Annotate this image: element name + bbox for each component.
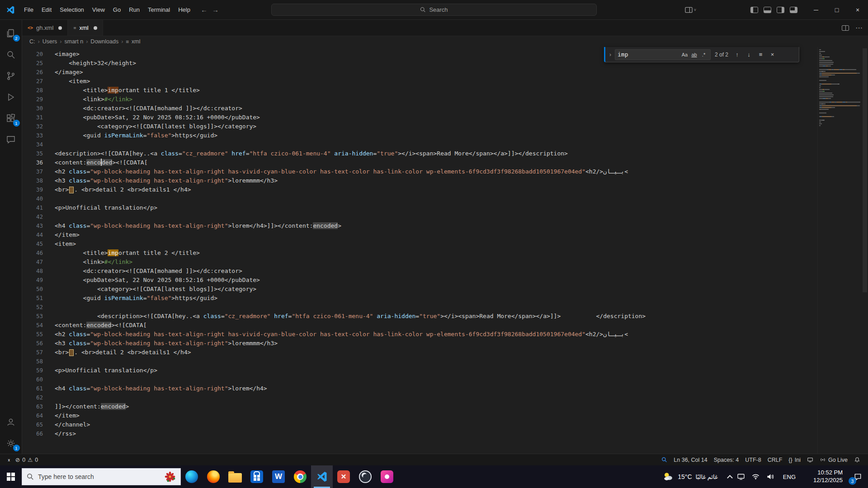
code-line[interactable]: 49 <pubDate>Sat, 22 Nov 2025 08:52:16 +0… [22,276,868,285]
code-line[interactable]: 30 <dc:creator><![CDATA[mohamed ]]></dc:… [22,104,868,113]
line-number[interactable]: 35 [22,149,55,158]
start-button[interactable] [0,465,22,488]
line-number[interactable]: 57 [22,348,55,357]
breadcrumb-item[interactable]: smart n [65,38,84,45]
line-number[interactable]: 44 [22,230,55,239]
code-line[interactable]: 51 <guid isPermaLink="false">https</guid… [22,294,868,303]
menu-selection[interactable]: Selection [56,5,88,15]
breadcrumb-item[interactable]: C: [29,38,35,45]
code-line[interactable]: 59<p>Unofficial translation</p> [22,366,868,375]
chat-icon[interactable] [0,129,22,150]
line-number[interactable]: 30 [22,104,55,113]
maximize-button[interactable]: □ [826,0,847,20]
more-actions-icon[interactable]: ⋯ [855,23,863,32]
line-number[interactable]: 65 [22,420,55,429]
tab-xml[interactable]: ≡xml [68,20,103,36]
line-number[interactable]: 41 [22,203,55,212]
line-number[interactable]: 51 [22,294,55,303]
line-number[interactable]: 58 [22,357,55,366]
source-control-icon[interactable] [0,65,22,86]
code-line[interactable]: 43<h4 class="wp-block-heading has-text-a… [22,221,868,230]
line-number[interactable]: 56 [22,339,55,348]
code-line[interactable]: 37<h2 class="wp-block-heading has-text-a… [22,167,868,176]
regex-icon[interactable]: .* [699,52,708,57]
toggle-sidebar-icon[interactable] [750,7,758,13]
breadcrumb-file[interactable]: xml [132,38,140,45]
line-number[interactable]: 34 [22,140,55,149]
taskbar-icon-red-app[interactable]: ✕ [333,465,354,488]
minimap[interactable] [817,47,862,454]
code-line[interactable]: 32 <category><![CDATA[latest blogs]]></c… [22,122,868,131]
line-number[interactable]: 29 [22,95,55,104]
code-line[interactable]: 60 [22,375,868,384]
code-line[interactable]: 57<br>. <br>detail 2 <br>details1 </h4> [22,348,868,357]
explorer-icon[interactable]: 2 [0,23,22,44]
line-number[interactable]: 42 [22,212,55,221]
line-number[interactable]: 45 [22,239,55,249]
line-number[interactable]: 31 [22,113,55,122]
line-number[interactable]: 47 [22,258,55,267]
taskbar-icon-edge[interactable] [181,465,203,488]
next-match-icon[interactable]: ↓ [744,50,754,59]
breadcrumb-item[interactable]: Users [42,38,57,45]
find-input[interactable]: imp Aa ab .* [615,49,711,60]
code-line[interactable]: 39<br>. <br>detail 2 <br>details1 </h4> [22,185,868,194]
eol[interactable]: CRLF [764,457,786,463]
search-sidebar-icon[interactable] [0,44,22,65]
breadcrumb-item[interactable]: Downloads [90,38,118,45]
taskbar-icon-firefox[interactable] [203,465,224,488]
line-number[interactable]: 55 [22,330,55,339]
taskbar-icon-microsoft-store[interactable] [246,465,268,488]
menu-terminal[interactable]: Terminal [144,5,174,15]
modified-dot-icon[interactable] [58,26,62,30]
go-live-button[interactable]: Go Live [816,457,851,463]
code-line[interactable]: 62 [22,393,868,402]
line-number[interactable]: 25 [22,59,55,68]
match-case-icon[interactable]: Aa [680,52,689,57]
code-line[interactable]: 31 <pubDate>Sat, 22 Nov 2025 08:52:16 +0… [22,113,868,122]
tray-expand-icon[interactable] [727,475,733,481]
taskbar-clock[interactable]: 10:52 PM 12/12/2025 [803,469,843,484]
minimize-button[interactable]: ─ [806,0,826,20]
menu-file[interactable]: File [20,5,38,15]
search-highlight-flower-icon[interactable] [164,471,176,483]
taskbar-icon-word[interactable]: W [268,465,289,488]
code-line[interactable]: 28 <title>important title 1 </title> [22,86,868,95]
line-number[interactable]: 33 [22,131,55,140]
code-line[interactable]: 56<h3 class="wp-block-heading has-text-a… [22,339,868,348]
split-editor-icon[interactable] [842,25,849,31]
code-line[interactable]: 50 <category><![CDATA[latest blogs]]></c… [22,285,868,294]
keyboard-language[interactable]: ENG [781,474,797,480]
weather-widget[interactable]: 15°C غائم غالبًا [658,471,722,483]
code-line[interactable]: 47 <link>#</link> [22,258,868,267]
menu-edit[interactable]: Edit [38,5,56,15]
language-mode[interactable]: {}Ini [785,457,804,463]
code-line[interactable]: 41<p>Unofficial translation</p> [22,203,868,212]
line-number[interactable]: 46 [22,249,55,258]
editor[interactable]: › imp Aa ab .* 2 of 2 ↑ ↓ ≡ × 20<image>2… [22,47,868,454]
code-line[interactable]: 48 <dc:creator><![CDATA[mohamed ]]></dc:… [22,267,868,276]
toggle-panel-icon[interactable] [764,7,771,13]
line-number[interactable]: 36 [22,158,55,167]
menu-run[interactable]: Run [125,5,144,15]
remote-indicator-icon[interactable]: ›‹ [5,456,12,463]
line-number[interactable]: 37 [22,167,55,176]
line-number[interactable]: 28 [22,86,55,95]
code-line[interactable]: 61<h4 class="wp-block-heading has-text-a… [22,384,868,393]
code-area[interactable]: 20<image>25 <height>32</height>26</image… [22,47,868,454]
code-line[interactable]: 42 [22,212,868,221]
find-in-selection-icon[interactable]: ≡ [756,50,765,59]
encoding[interactable]: UTF-8 [742,457,764,463]
taskbar-search-box[interactable]: Type here to search [22,468,181,485]
vertical-scrollbar[interactable] [862,47,868,454]
code-line[interactable]: 63]]></content:encoded> [22,402,868,411]
line-number[interactable]: 63 [22,402,55,411]
line-number[interactable]: 50 [22,285,55,294]
problems-indicator[interactable]: ⊘0 ⚠0 [12,456,42,463]
tab-gh.xml[interactable]: <>gh.xml [22,20,68,36]
modified-dot-icon[interactable] [94,26,97,30]
code-line[interactable]: 40 [22,194,868,203]
previous-match-icon[interactable]: ↑ [732,50,742,59]
status-search-icon[interactable] [658,457,670,463]
code-line[interactable]: 27 <item> [22,77,868,86]
